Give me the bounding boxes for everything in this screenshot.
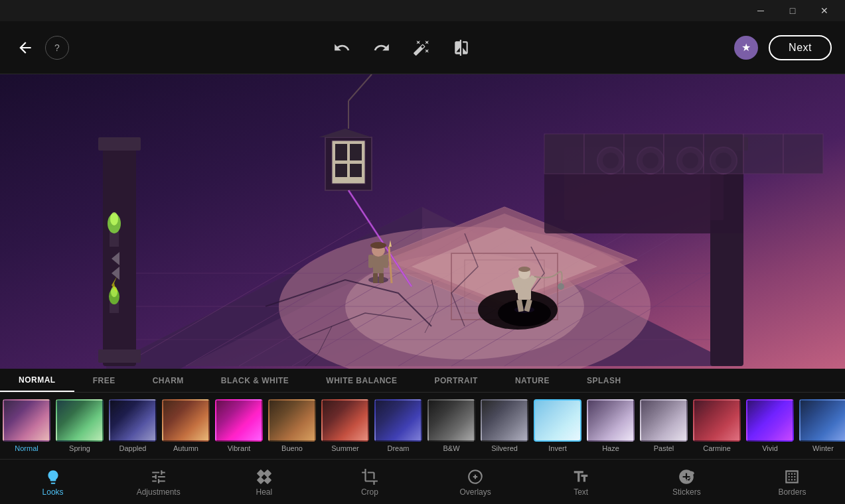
tool-crop[interactable]: Crop	[330, 468, 410, 497]
overlays-label: Overlays	[459, 487, 491, 497]
svg-rect-47	[624, 134, 664, 174]
filter-label-spring: Spring	[69, 444, 90, 452]
adjustments-label: Adjustments	[137, 487, 181, 497]
tool-overlays[interactable]: Overlays	[435, 468, 515, 497]
filter-thumb-dappled	[109, 399, 157, 442]
svg-point-63	[368, 277, 388, 283]
back-button[interactable]	[13, 36, 37, 60]
tool-heal[interactable]: Heal	[224, 468, 304, 497]
toolbar-left: ?	[13, 36, 69, 60]
undo-button[interactable]	[330, 36, 354, 60]
filter-spring[interactable]: Spring	[53, 399, 106, 452]
magic-button[interactable]	[410, 36, 433, 60]
filter-thumb-invert	[534, 399, 581, 442]
tab-white-balance[interactable]: WHITE BALANCE	[307, 369, 416, 392]
tab-portrait[interactable]: PORTRAIT	[416, 369, 497, 392]
help-button[interactable]: ?	[45, 36, 69, 60]
filter-bw[interactable]: B&W	[425, 399, 478, 452]
filter-thumb-vibrant	[215, 399, 263, 442]
filter-carmine[interactable]: Carmine	[690, 399, 743, 452]
svg-rect-51	[783, 134, 823, 174]
svg-rect-45	[544, 134, 584, 174]
filter-label-bw: B&W	[443, 444, 459, 452]
svg-rect-57	[350, 164, 362, 177]
filter-thumb-bueno	[268, 399, 316, 442]
main-toolbar: ? ★ Next	[0, 21, 845, 74]
filter-dappled[interactable]: Dappled	[106, 399, 159, 452]
svg-rect-54	[335, 144, 347, 160]
compare-button[interactable]	[449, 36, 473, 60]
filter-label-normal: Normal	[15, 444, 38, 452]
tab-charm[interactable]: CHARM	[134, 369, 202, 392]
svg-rect-67	[373, 273, 378, 283]
star-icon: ★	[741, 41, 751, 54]
filter-thumb-normal	[3, 399, 50, 442]
tool-text[interactable]: Text	[541, 468, 621, 497]
filter-silvered[interactable]: Silvered	[478, 399, 531, 452]
filter-vibrant[interactable]: Vibrant	[212, 399, 266, 452]
borders-label: Borders	[778, 487, 806, 497]
filter-vivid[interactable]: Vivid	[743, 399, 797, 452]
filter-thumb-autumn	[162, 399, 210, 442]
minimize-button[interactable]: ─	[745, 0, 776, 21]
adjustments-icon	[149, 468, 168, 486]
close-button[interactable]: ✕	[809, 0, 840, 21]
next-button[interactable]: Next	[769, 35, 832, 60]
filter-normal[interactable]: Normal	[0, 399, 53, 452]
filter-autumn[interactable]: Autumn	[159, 399, 212, 452]
tool-adjustments[interactable]: Adjustments	[119, 468, 198, 497]
svg-point-66	[370, 242, 386, 249]
svg-rect-68	[379, 273, 384, 283]
filter-pastel[interactable]: Pastel	[637, 399, 690, 452]
tab-black-white[interactable]: BLACK & WHITE	[202, 369, 308, 392]
filter-label-haze: Haze	[602, 444, 619, 452]
svg-rect-56	[335, 164, 347, 177]
filter-label-vibrant: Vibrant	[228, 444, 251, 452]
heal-icon	[255, 468, 273, 486]
filter-haze[interactable]: Haze	[584, 399, 637, 452]
looks-tabs-bar: NORMAL FREE CHARM BLACK & WHITE WHITE BA…	[0, 369, 845, 393]
svg-rect-49	[704, 134, 743, 174]
filter-thumb-carmine	[693, 399, 741, 442]
text-icon	[572, 468, 590, 486]
filter-winter[interactable]: Winter	[797, 399, 845, 452]
svg-rect-25	[98, 137, 141, 151]
undo-icon	[333, 39, 350, 56]
filter-thumb-summer	[321, 399, 369, 442]
filter-bueno[interactable]: Bueno	[266, 399, 319, 452]
svg-rect-69	[368, 255, 373, 268]
toolbar-center	[330, 36, 473, 60]
looks-icon	[44, 468, 62, 486]
filter-summer[interactable]: Summer	[319, 399, 372, 452]
magic-icon	[413, 39, 430, 56]
tool-looks[interactable]: Looks	[13, 468, 93, 497]
tab-normal[interactable]: NORMAL	[0, 369, 74, 392]
tab-splash[interactable]: SPLASH	[568, 369, 640, 392]
filter-dream[interactable]: Dream	[372, 399, 425, 452]
filter-label-bueno: Bueno	[281, 444, 303, 452]
filter-thumb-bw	[427, 399, 475, 442]
heal-label: Heal	[256, 487, 272, 497]
redo-icon	[373, 39, 390, 56]
premium-button[interactable]: ★	[734, 36, 758, 60]
overlays-icon	[466, 468, 485, 486]
filter-label-autumn: Autumn	[173, 444, 198, 452]
crop-icon	[360, 468, 379, 486]
tool-borders[interactable]: Borders	[752, 468, 832, 497]
titlebar: ─ □ ✕	[0, 0, 845, 21]
tab-nature[interactable]: NATURE	[497, 369, 568, 392]
filter-thumb-dream	[374, 399, 422, 442]
toolbar-right: ★ Next	[734, 35, 832, 60]
tab-free[interactable]: FREE	[74, 369, 134, 392]
svg-rect-70	[384, 255, 388, 268]
svg-rect-46	[584, 134, 624, 174]
text-label: Text	[574, 487, 588, 497]
filter-thumb-pastel	[640, 399, 688, 442]
svg-point-81	[558, 283, 564, 290]
svg-rect-48	[664, 134, 704, 174]
maximize-button[interactable]: □	[777, 0, 808, 21]
tool-stickers[interactable]: Stickers	[647, 468, 726, 497]
filter-invert[interactable]: Invert	[531, 399, 584, 452]
redo-button[interactable]	[370, 36, 394, 60]
filter-thumb-spring	[56, 399, 104, 442]
